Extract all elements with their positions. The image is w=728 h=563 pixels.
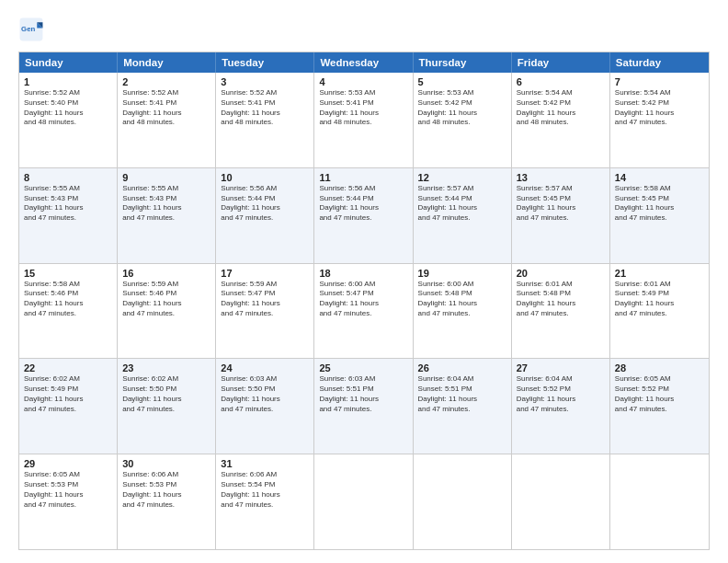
day-info: Sunrise: 5:57 AM Sunset: 5:45 PM Dayligh… xyxy=(517,184,605,224)
day-number: 16 xyxy=(122,268,210,279)
calendar-cell-r3-c2: 24Sunrise: 6:03 AM Sunset: 5:50 PM Dayli… xyxy=(216,359,314,454)
day-number: 14 xyxy=(615,172,704,183)
day-info: Sunrise: 5:53 AM Sunset: 5:42 PM Dayligh… xyxy=(418,88,506,128)
calendar-cell-r4-c6 xyxy=(610,454,709,549)
calendar-cell-r3-c4: 26Sunrise: 6:04 AM Sunset: 5:51 PM Dayli… xyxy=(414,359,512,454)
page: Gen SundayMondayTuesdayWednesdayThursday… xyxy=(0,0,728,563)
calendar-cell-r0-c1: 2Sunrise: 5:52 AM Sunset: 5:41 PM Daylig… xyxy=(118,73,216,167)
day-number: 15 xyxy=(24,268,112,279)
day-info: Sunrise: 6:06 AM Sunset: 5:53 PM Dayligh… xyxy=(122,470,210,510)
day-number: 18 xyxy=(319,268,407,279)
day-info: Sunrise: 6:05 AM Sunset: 5:52 PM Dayligh… xyxy=(615,374,704,414)
header: Gen xyxy=(18,17,710,42)
header-day-wednesday: Wednesday xyxy=(314,52,413,73)
day-number: 7 xyxy=(615,76,704,87)
calendar-cell-r1-c2: 10Sunrise: 5:56 AM Sunset: 5:44 PM Dayli… xyxy=(216,168,314,263)
day-info: Sunrise: 6:00 AM Sunset: 5:47 PM Dayligh… xyxy=(319,280,407,319)
calendar-cell-r1-c6: 14Sunrise: 5:58 AM Sunset: 5:45 PM Dayli… xyxy=(610,168,709,263)
calendar-header: SundayMondayTuesdayWednesdayThursdayFrid… xyxy=(19,52,709,73)
day-info: Sunrise: 6:03 AM Sunset: 5:51 PM Dayligh… xyxy=(319,374,407,414)
calendar: SundayMondayTuesdayWednesdayThursdayFrid… xyxy=(18,52,710,550)
calendar-cell-r2-c1: 16Sunrise: 5:59 AM Sunset: 5:46 PM Dayli… xyxy=(118,264,216,359)
day-info: Sunrise: 5:54 AM Sunset: 5:42 PM Dayligh… xyxy=(615,88,704,128)
day-number: 11 xyxy=(319,172,407,183)
day-number: 5 xyxy=(418,76,506,87)
header-day-sunday: Sunday xyxy=(19,52,118,73)
day-info: Sunrise: 5:58 AM Sunset: 5:46 PM Dayligh… xyxy=(24,280,112,319)
day-number: 8 xyxy=(24,172,112,183)
calendar-cell-r2-c2: 17Sunrise: 5:59 AM Sunset: 5:47 PM Dayli… xyxy=(216,264,314,359)
day-number: 12 xyxy=(418,172,506,183)
day-info: Sunrise: 5:59 AM Sunset: 5:46 PM Dayligh… xyxy=(122,280,210,319)
calendar-cell-r2-c3: 18Sunrise: 6:00 AM Sunset: 5:47 PM Dayli… xyxy=(314,264,413,359)
calendar-cell-r3-c0: 22Sunrise: 6:02 AM Sunset: 5:49 PM Dayli… xyxy=(19,359,118,454)
day-info: Sunrise: 5:52 AM Sunset: 5:40 PM Dayligh… xyxy=(24,88,112,128)
day-number: 20 xyxy=(517,268,605,279)
calendar-cell-r4-c4 xyxy=(414,454,512,549)
day-number: 6 xyxy=(517,76,605,87)
calendar-cell-r0-c5: 6Sunrise: 5:54 AM Sunset: 5:42 PM Daylig… xyxy=(512,73,610,167)
calendar-cell-r2-c6: 21Sunrise: 6:01 AM Sunset: 5:49 PM Dayli… xyxy=(610,264,709,359)
day-info: Sunrise: 5:54 AM Sunset: 5:42 PM Dayligh… xyxy=(517,88,605,128)
day-number: 3 xyxy=(221,76,309,87)
calendar-cell-r4-c0: 29Sunrise: 6:05 AM Sunset: 5:53 PM Dayli… xyxy=(19,454,118,549)
calendar-cell-r2-c5: 20Sunrise: 6:01 AM Sunset: 5:48 PM Dayli… xyxy=(512,264,610,359)
calendar-cell-r0-c3: 4Sunrise: 5:53 AM Sunset: 5:41 PM Daylig… xyxy=(314,73,413,167)
calendar-cell-r4-c1: 30Sunrise: 6:06 AM Sunset: 5:53 PM Dayli… xyxy=(118,454,216,549)
day-number: 24 xyxy=(221,362,309,373)
day-info: Sunrise: 6:04 AM Sunset: 5:52 PM Dayligh… xyxy=(517,374,605,414)
generalblue-icon: Gen xyxy=(18,17,44,42)
day-info: Sunrise: 6:01 AM Sunset: 5:49 PM Dayligh… xyxy=(615,280,704,319)
day-info: Sunrise: 6:01 AM Sunset: 5:48 PM Dayligh… xyxy=(517,280,605,319)
calendar-cell-r2-c0: 15Sunrise: 5:58 AM Sunset: 5:46 PM Dayli… xyxy=(19,264,118,359)
day-number: 22 xyxy=(24,362,112,373)
day-info: Sunrise: 5:58 AM Sunset: 5:45 PM Dayligh… xyxy=(615,184,704,224)
calendar-cell-r0-c4: 5Sunrise: 5:53 AM Sunset: 5:42 PM Daylig… xyxy=(414,73,512,167)
day-info: Sunrise: 5:55 AM Sunset: 5:43 PM Dayligh… xyxy=(122,184,210,224)
day-number: 13 xyxy=(517,172,605,183)
calendar-body: 1Sunrise: 5:52 AM Sunset: 5:40 PM Daylig… xyxy=(19,73,709,549)
header-day-thursday: Thursday xyxy=(414,52,512,73)
calendar-row-3: 22Sunrise: 6:02 AM Sunset: 5:49 PM Dayli… xyxy=(19,359,709,454)
day-number: 26 xyxy=(418,362,506,373)
day-info: Sunrise: 5:56 AM Sunset: 5:44 PM Dayligh… xyxy=(319,184,407,224)
calendar-cell-r1-c3: 11Sunrise: 5:56 AM Sunset: 5:44 PM Dayli… xyxy=(314,168,413,263)
day-info: Sunrise: 6:04 AM Sunset: 5:51 PM Dayligh… xyxy=(418,374,506,414)
day-info: Sunrise: 6:06 AM Sunset: 5:54 PM Dayligh… xyxy=(221,470,309,510)
calendar-row-4: 29Sunrise: 6:05 AM Sunset: 5:53 PM Dayli… xyxy=(19,454,709,549)
calendar-cell-r1-c4: 12Sunrise: 5:57 AM Sunset: 5:44 PM Dayli… xyxy=(414,168,512,263)
day-number: 21 xyxy=(615,268,704,279)
day-info: Sunrise: 5:53 AM Sunset: 5:41 PM Dayligh… xyxy=(319,88,407,128)
calendar-cell-r3-c5: 27Sunrise: 6:04 AM Sunset: 5:52 PM Dayli… xyxy=(512,359,610,454)
calendar-cell-r0-c2: 3Sunrise: 5:52 AM Sunset: 5:41 PM Daylig… xyxy=(216,73,314,167)
day-info: Sunrise: 5:56 AM Sunset: 5:44 PM Dayligh… xyxy=(221,184,309,224)
calendar-cell-r2-c4: 19Sunrise: 6:00 AM Sunset: 5:48 PM Dayli… xyxy=(414,264,512,359)
calendar-cell-r4-c5 xyxy=(512,454,610,549)
day-number: 1 xyxy=(24,76,112,87)
day-number: 2 xyxy=(122,76,210,87)
day-info: Sunrise: 6:03 AM Sunset: 5:50 PM Dayligh… xyxy=(221,374,309,414)
day-number: 28 xyxy=(615,362,704,373)
calendar-cell-r4-c2: 31Sunrise: 6:06 AM Sunset: 5:54 PM Dayli… xyxy=(216,454,314,549)
day-number: 30 xyxy=(122,458,210,469)
calendar-cell-r3-c3: 25Sunrise: 6:03 AM Sunset: 5:51 PM Dayli… xyxy=(314,359,413,454)
calendar-cell-r1-c1: 9Sunrise: 5:55 AM Sunset: 5:43 PM Daylig… xyxy=(118,168,216,263)
svg-text:Gen: Gen xyxy=(21,25,35,33)
calendar-cell-r3-c6: 28Sunrise: 6:05 AM Sunset: 5:52 PM Dayli… xyxy=(610,359,709,454)
calendar-cell-r1-c0: 8Sunrise: 5:55 AM Sunset: 5:43 PM Daylig… xyxy=(19,168,118,263)
day-number: 25 xyxy=(319,362,407,373)
calendar-row-2: 15Sunrise: 5:58 AM Sunset: 5:46 PM Dayli… xyxy=(19,264,709,360)
calendar-row-0: 1Sunrise: 5:52 AM Sunset: 5:40 PM Daylig… xyxy=(19,73,709,168)
day-info: Sunrise: 5:52 AM Sunset: 5:41 PM Dayligh… xyxy=(122,88,210,128)
day-info: Sunrise: 5:55 AM Sunset: 5:43 PM Dayligh… xyxy=(24,184,112,224)
header-day-tuesday: Tuesday xyxy=(216,52,314,73)
calendar-cell-r4-c3 xyxy=(314,454,413,549)
day-number: 17 xyxy=(221,268,309,279)
header-day-monday: Monday xyxy=(118,52,216,73)
header-day-saturday: Saturday xyxy=(610,52,709,73)
day-number: 29 xyxy=(24,458,112,469)
day-number: 19 xyxy=(418,268,506,279)
calendar-cell-r3-c1: 23Sunrise: 6:02 AM Sunset: 5:50 PM Dayli… xyxy=(118,359,216,454)
calendar-cell-r0-c6: 7Sunrise: 5:54 AM Sunset: 5:42 PM Daylig… xyxy=(610,73,709,167)
day-number: 23 xyxy=(122,362,210,373)
